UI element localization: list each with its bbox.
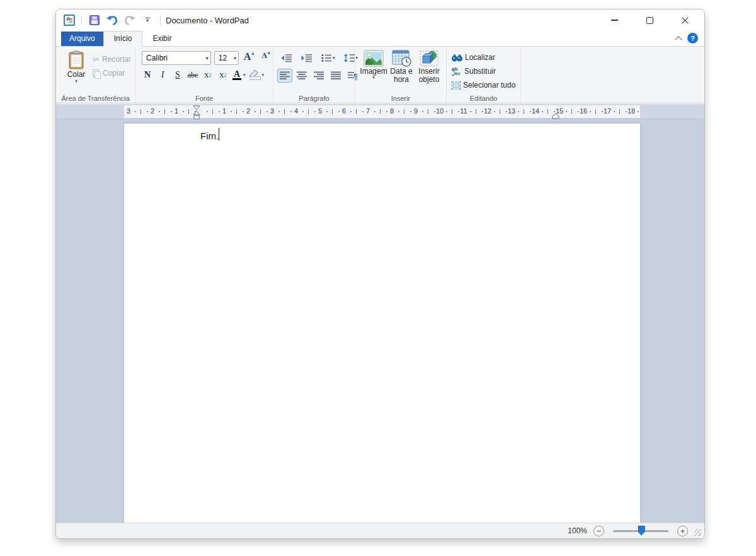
insert-image-label: Imagem bbox=[360, 67, 387, 75]
select-all-icon bbox=[452, 81, 461, 90]
group-label-editing: Editando bbox=[447, 95, 520, 102]
ruler-number: 18 bbox=[627, 107, 635, 115]
resize-grip[interactable] bbox=[694, 529, 701, 536]
ruler-dot bbox=[290, 111, 292, 112]
right-indent-marker[interactable] bbox=[552, 113, 559, 119]
ruler-tick bbox=[452, 109, 452, 114]
zoom-slider[interactable] bbox=[613, 530, 668, 532]
ruler-tick bbox=[236, 109, 237, 114]
find-button[interactable]: Localizar bbox=[452, 52, 520, 63]
ruler-dot bbox=[518, 111, 519, 112]
ruler-dot bbox=[207, 111, 208, 112]
window-title: Documento - WordPad bbox=[166, 16, 249, 25]
ruler-tick bbox=[619, 109, 620, 114]
font-family-combobox[interactable]: Calibri ▾ bbox=[142, 51, 211, 65]
document-text: Fim. bbox=[200, 130, 219, 141]
minimize-ribbon-button[interactable] bbox=[675, 35, 681, 41]
paste-button[interactable]: Colar ▾ bbox=[62, 49, 90, 83]
ruler-number: 10 bbox=[436, 107, 444, 115]
zoom-in-button[interactable]: + bbox=[677, 526, 688, 536]
close-icon bbox=[681, 16, 689, 25]
ruler-tick bbox=[140, 109, 141, 114]
ruler-number: 6 bbox=[342, 107, 346, 115]
save-button[interactable] bbox=[88, 13, 101, 27]
tab-arquivo[interactable]: Arquivo bbox=[61, 32, 103, 46]
insert-datetime-label-2: hora bbox=[394, 76, 409, 83]
chevron-down-icon: ▾ bbox=[75, 79, 77, 83]
insert-object-icon bbox=[419, 50, 439, 67]
font-color-button[interactable]: A ▾ bbox=[231, 68, 247, 82]
bullet-list-icon bbox=[321, 54, 331, 62]
cut-button[interactable]: ✂ Recortar bbox=[93, 54, 131, 65]
font-color-icon: A bbox=[232, 70, 241, 80]
replace-button[interactable]: ab ⤸ ac Substituir bbox=[452, 66, 520, 77]
indent-marker[interactable] bbox=[193, 105, 200, 120]
chevron-down-icon: ▾ bbox=[262, 73, 265, 77]
separator bbox=[81, 15, 82, 25]
ruler-dot bbox=[135, 111, 136, 112]
superscript-button[interactable]: x2 bbox=[216, 68, 230, 82]
text-highlight-button[interactable]: ▾ bbox=[248, 68, 266, 82]
ruler-number: 12 bbox=[484, 107, 491, 115]
ruler-strip: 321123456789101112131415161718 bbox=[56, 104, 704, 119]
ruler-tick bbox=[500, 109, 500, 114]
tab-exibir[interactable]: Exibir bbox=[142, 32, 181, 46]
zoom-out-button[interactable]: − bbox=[593, 526, 604, 536]
help-button[interactable]: ? bbox=[687, 33, 698, 43]
strikethrough-button[interactable]: abc bbox=[186, 68, 200, 82]
ruler-dot bbox=[386, 111, 387, 112]
ruler-dot bbox=[255, 111, 256, 112]
subscript-button[interactable]: x2 bbox=[201, 68, 215, 82]
ruler-dot bbox=[219, 111, 220, 112]
chevron-down-icon: ▾ bbox=[243, 73, 246, 77]
increase-indent-button[interactable] bbox=[299, 51, 315, 65]
customize-toolbar-button[interactable]: ▾ bbox=[141, 13, 154, 27]
underline-button[interactable]: S bbox=[171, 68, 185, 82]
chevron-down-icon: ▾ bbox=[234, 55, 236, 61]
select-all-button[interactable]: Selecionar tudo bbox=[452, 79, 520, 91]
justify-button[interactable] bbox=[328, 69, 343, 83]
ruler-number: 13 bbox=[508, 107, 515, 115]
chevron-down-icon: ▾ bbox=[206, 55, 209, 61]
ruler-dot bbox=[590, 111, 591, 112]
align-center-button[interactable] bbox=[294, 69, 309, 83]
tab-inicio[interactable]: Início bbox=[103, 31, 143, 47]
redo-button[interactable] bbox=[123, 13, 136, 27]
align-left-button[interactable] bbox=[277, 69, 292, 83]
insert-image-button[interactable]: Imagem ▾ bbox=[360, 49, 387, 83]
close-button[interactable] bbox=[677, 12, 693, 28]
ruler-number: 17 bbox=[604, 107, 611, 115]
align-right-button[interactable] bbox=[311, 69, 326, 83]
shrink-font-button[interactable]: A ▾ bbox=[259, 51, 273, 65]
font-size-combobox[interactable]: 12 ▾ bbox=[214, 51, 239, 65]
find-label: Localizar bbox=[465, 53, 495, 62]
bold-button[interactable]: N bbox=[140, 68, 154, 82]
zoom-slider-thumb[interactable] bbox=[638, 526, 645, 536]
wordpad-app-icon[interactable] bbox=[64, 14, 75, 26]
ruler-dot bbox=[542, 111, 543, 112]
decrease-indent-button[interactable] bbox=[278, 51, 295, 65]
ruler-dot bbox=[446, 111, 447, 112]
minimize-button[interactable] bbox=[606, 12, 622, 28]
ruler-number: 3 bbox=[127, 107, 130, 115]
group-insert: Imagem ▾ Data e hora bbox=[355, 47, 447, 103]
italic-button[interactable]: I bbox=[156, 68, 169, 82]
undo-button[interactable] bbox=[106, 13, 118, 27]
ribbon: Colar ▾ ✂ Recortar Copiar Área de Transf… bbox=[56, 46, 704, 103]
bullet-list-button[interactable]: ▾ bbox=[319, 51, 338, 65]
copy-button[interactable]: Copiar bbox=[93, 67, 131, 79]
subscript-icon: x bbox=[204, 70, 209, 80]
maximize-button[interactable] bbox=[641, 12, 658, 28]
group-clipboard: Colar ▾ ✂ Recortar Copiar Área de Transf… bbox=[56, 47, 135, 103]
ruler-dot bbox=[326, 111, 328, 112]
ruler[interactable]: 321123456789101112131415161718 bbox=[124, 105, 640, 118]
paste-label: Colar bbox=[67, 71, 86, 79]
insert-object-label-1: Inserir bbox=[418, 67, 439, 75]
ruler-dot bbox=[147, 111, 148, 112]
insert-datetime-button[interactable]: Data e hora bbox=[388, 49, 415, 83]
ruler-dot bbox=[494, 111, 495, 112]
document-page[interactable]: Fim. bbox=[124, 124, 640, 523]
grow-font-button[interactable]: A ▴ bbox=[242, 51, 256, 65]
ruler-number: 1 bbox=[222, 107, 226, 115]
insert-object-button[interactable]: Inserir objeto bbox=[416, 49, 442, 83]
